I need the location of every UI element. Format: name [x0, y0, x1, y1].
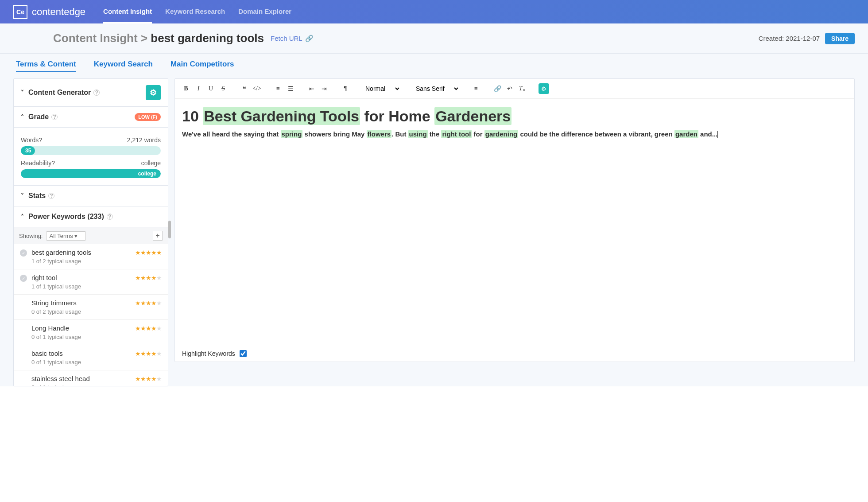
breadcrumb-section: Content Insight [53, 31, 138, 45]
help-icon[interactable]: ? [51, 160, 55, 167]
stats-label: Stats [28, 192, 46, 200]
panel-power-keywords[interactable]: ˄ Power Keywords (233) ? [14, 206, 168, 227]
nav-domain-explorer[interactable]: Domain Explorer [238, 0, 291, 23]
top-bar: Ce contentedge Content Insight Keyword R… [0, 0, 868, 23]
star-rating: ★★★★★ [135, 325, 162, 332]
power-keywords-label: Power Keywords (233) [28, 213, 104, 221]
readability-bar-fill: college [21, 169, 161, 178]
brand-name: contentedge [32, 6, 85, 18]
help-icon[interactable]: ? [48, 193, 54, 199]
star-rating: ★★★★★ [135, 249, 162, 256]
nav-keyword-research[interactable]: Keyword Research [165, 0, 225, 23]
direction-button[interactable]: ¶ [341, 84, 350, 93]
indent-button[interactable]: ⇥ [319, 84, 329, 93]
chevron-down-icon: ˅ [21, 192, 24, 199]
ai-brain-icon[interactable]: ⚙ [146, 85, 161, 100]
keyword-term: stainless steel head [31, 375, 135, 382]
chevron-down-icon: ˅ [21, 89, 24, 96]
tab-main-competitors[interactable]: Main Competitors [170, 60, 234, 72]
help-icon[interactable]: ? [51, 114, 58, 120]
readability-value: college [141, 160, 161, 167]
ai-brain-icon[interactable]: ⚙ [539, 83, 549, 94]
keyword-usage: 0 of 2 typical usage [31, 308, 162, 315]
keyword-term: String trimmers [31, 299, 135, 307]
keyword-item[interactable]: stainless steel head★★★★★0 of 1 typical … [14, 370, 168, 386]
align-button[interactable]: ≡ [471, 84, 481, 93]
outdent-button[interactable]: ⇤ [307, 84, 317, 93]
keyword-usage: 0 of 1 typical usage [31, 359, 162, 366]
words-label: Words [21, 136, 39, 144]
sidebar: ˅ Content Generator ? ⚙ ˄ Grade ? LOW (F… [13, 78, 168, 386]
sub-nav: Terms & Content Keyword Search Main Comp… [0, 54, 868, 78]
clear-format-button[interactable]: Tₓ [517, 84, 527, 93]
fetch-url-label: Fetch URL [271, 35, 302, 42]
readability-bar: college [21, 169, 161, 178]
words-bar: 35 [21, 146, 161, 155]
keyword-usage: 0 of 1 typical usage [31, 334, 162, 340]
code-button[interactable]: </> [252, 84, 262, 93]
star-rating: ★★★★★ [135, 350, 162, 357]
editor-toolbar: B I U S ❝ </> ≡ ☰ ⇤ ⇥ ¶ Normal Sans Seri… [175, 79, 854, 99]
content-generator-label: Content Generator [28, 89, 91, 97]
highlight-keywords-checkbox[interactable] [240, 350, 247, 357]
words-value: 2,212 words [127, 136, 161, 144]
keyword-filter-select[interactable]: All Terms ▾ [46, 231, 86, 241]
panel-grade[interactable]: ˄ Grade ? LOW (F) [14, 107, 168, 128]
logo-icon: Ce [13, 5, 27, 19]
help-icon[interactable]: ? [107, 214, 113, 220]
keyword-usage: 1 of 1 typical usage [31, 283, 162, 290]
star-rating: ★★★★★ [135, 274, 162, 281]
document-body[interactable]: We've all heard the saying that spring s… [175, 129, 854, 140]
tab-terms-content[interactable]: Terms & Content [16, 60, 76, 72]
keyword-item[interactable]: String trimmers★★★★★0 of 2 typical usage [14, 295, 168, 320]
editor-pane: B I U S ❝ </> ≡ ☰ ⇤ ⇥ ¶ Normal Sans Seri… [174, 78, 855, 362]
words-row: Words ? 2,212 words [21, 136, 161, 144]
keyword-usage: 0 of 1 typical usage [31, 384, 162, 386]
keyword-item[interactable]: right tool★★★★★1 of 1 typical usage [14, 269, 168, 295]
underline-button[interactable]: U [206, 84, 216, 93]
unordered-list-button[interactable]: ☰ [286, 84, 295, 93]
editor-footer: Highlight Keywords [175, 346, 854, 362]
chevron-up-icon: ˄ [21, 213, 24, 220]
share-button[interactable]: Share [825, 33, 855, 44]
strikethrough-button[interactable]: S [218, 84, 228, 93]
keyword-term: best gardening tools [31, 249, 135, 256]
panel-stats[interactable]: ˅ Stats ? [14, 186, 168, 206]
help-icon[interactable]: ? [39, 136, 42, 144]
help-icon[interactable]: ? [93, 90, 100, 96]
keyword-filter-row: Showing: All Terms ▾ + [14, 227, 168, 244]
keyword-term: Long Handle [31, 324, 135, 332]
keyword-item[interactable]: Long Handle★★★★★0 of 1 typical usage [14, 320, 168, 345]
font-select[interactable]: Sans Serif [412, 84, 460, 93]
keyword-item[interactable]: best gardening tools★★★★★1 of 2 typical … [14, 244, 168, 269]
fetch-url-link[interactable]: Fetch URL 🔗 [271, 35, 314, 43]
document-title[interactable]: 10 Best Gardening Tools for Home Gardene… [175, 99, 854, 129]
highlight-keywords-label: Highlight Keywords [182, 350, 235, 357]
keyword-item[interactable]: basic tools★★★★★0 of 1 typical usage [14, 345, 168, 370]
grade-body: Words ? 2,212 words 35 Readability ? col… [14, 128, 168, 186]
nav-content-insight[interactable]: Content Insight [103, 0, 152, 23]
scrollbar[interactable] [168, 221, 171, 238]
keyword-term: right tool [31, 274, 135, 281]
panel-content-generator[interactable]: ˅ Content Generator ? ⚙ [14, 79, 168, 107]
breadcrumb: Content Insight > best gardening tools [53, 31, 264, 45]
ordered-list-button[interactable]: ≡ [273, 84, 283, 93]
link-button[interactable]: 🔗 [492, 84, 502, 93]
format-select[interactable]: Normal [362, 84, 401, 93]
words-bar-fill: 35 [21, 146, 35, 155]
star-rating: ★★★★★ [135, 300, 162, 307]
keyword-list: best gardening tools★★★★★1 of 2 typical … [14, 244, 168, 386]
showing-label: Showing: [19, 233, 43, 239]
keyword-usage: 1 of 2 typical usage [31, 258, 162, 265]
italic-button[interactable]: I [194, 84, 203, 93]
readability-label: Readability [21, 160, 51, 167]
link-icon: 🔗 [305, 35, 314, 43]
bold-button[interactable]: B [181, 84, 191, 93]
undo-button[interactable]: ↶ [505, 84, 515, 93]
logo[interactable]: Ce contentedge [13, 5, 85, 19]
add-keyword-button[interactable]: + [153, 231, 163, 241]
breadcrumb-query: best gardening tools [151, 31, 264, 45]
quote-button[interactable]: ❝ [240, 84, 249, 93]
chevron-up-icon: ˄ [21, 113, 24, 121]
tab-keyword-search[interactable]: Keyword Search [94, 60, 153, 72]
